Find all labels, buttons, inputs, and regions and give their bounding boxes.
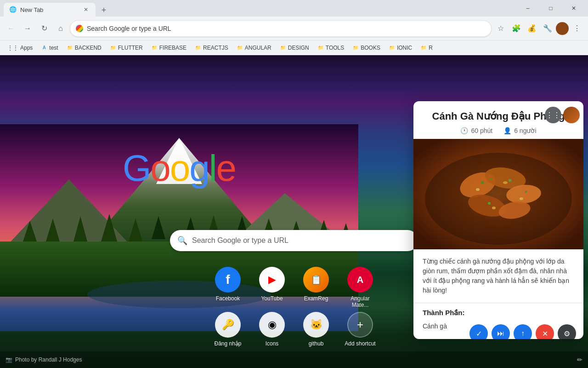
grid-apps-icon[interactable]: ⋮⋮: [545, 107, 561, 123]
svg-point-33: [476, 188, 480, 191]
bookmark-tools[interactable]: 📁 TOOLS: [314, 43, 348, 53]
shortcut-icons-icon: ◉: [259, 312, 285, 338]
bookmark-r[interactable]: 📁 R: [417, 43, 436, 53]
tab-title: New Tab: [20, 6, 43, 13]
bookmark-star-button[interactable]: ☆: [493, 21, 508, 36]
google-l: l: [209, 148, 216, 189]
profile-avatar-nav[interactable]: [556, 22, 569, 35]
forward-button[interactable]: →: [20, 21, 35, 36]
shortcut-angular-label: Angular Mate...: [342, 295, 379, 308]
tab-close-button[interactable]: ✕: [82, 6, 90, 14]
settings-icon: ⚙: [564, 329, 570, 338]
shortcut-examreg[interactable]: 📋 ExamReg: [298, 267, 334, 308]
site-icon: [76, 25, 83, 32]
popup-toolbar: ✓ ⏭ ↑ ✕ ⚙: [469, 324, 576, 339]
up-button[interactable]: ↑: [514, 324, 532, 339]
bookmark-design[interactable]: 📁 DESIGN: [276, 43, 313, 53]
svg-point-36: [492, 207, 496, 209]
new-tab-button[interactable]: +: [97, 4, 110, 17]
shortcuts-row-1: f Facebook ▶ YouTube 📋 ExamReg A Angular…: [209, 267, 379, 308]
wallet-button[interactable]: 💰: [525, 21, 539, 36]
shortcut-add-icon: +: [347, 312, 373, 338]
google-g2: g: [189, 148, 209, 189]
bookmark-label-tools: TOOLS: [326, 45, 344, 51]
bookmark-angular[interactable]: 📁 ANGULAR: [233, 43, 275, 53]
close-toolbar-button[interactable]: ✕: [536, 324, 554, 339]
nav-icons-right: ☆ 🧩 💰 🔧 ⋮: [493, 21, 584, 36]
shortcut-icons[interactable]: ◉ Icons: [254, 312, 290, 347]
recipe-image: [413, 139, 583, 249]
recipe-servings-text: 6 người: [514, 127, 536, 134]
address-bar[interactable]: Search Google or type a URL: [70, 20, 492, 37]
bookmark-reactjs[interactable]: 📁 REACTJS: [191, 43, 232, 53]
shortcut-facebook-icon: f: [215, 267, 241, 293]
shortcut-github-icon: 🐱: [303, 312, 329, 338]
shortcut-facebook[interactable]: f Facebook: [209, 267, 246, 308]
search-input[interactable]: Search Google or type a URL: [192, 236, 411, 245]
svg-point-35: [520, 197, 523, 200]
bookmark-icon-design: 📁: [280, 45, 286, 51]
food-image-svg: [413, 139, 583, 249]
shortcut-angular-icon: A: [347, 267, 373, 293]
settings-button[interactable]: ⚙: [558, 324, 576, 339]
search-box[interactable]: 🔍 Search Google or type a URL: [170, 230, 418, 251]
google-logo: Google: [123, 147, 236, 190]
address-text: Search Google or type a URL: [87, 25, 486, 32]
shortcut-add[interactable]: + Add shortcut: [342, 312, 379, 347]
check-button[interactable]: ✓: [469, 324, 488, 339]
shortcut-youtube[interactable]: ▶ YouTube: [254, 267, 290, 308]
home-button[interactable]: ⌂: [53, 21, 68, 36]
bookmark-books[interactable]: 📁 BOOKS: [349, 43, 384, 53]
extensions-button[interactable]: 🔧: [540, 21, 555, 36]
bookmark-label-backend: BACKEND: [75, 45, 102, 51]
check-icon: ✓: [476, 329, 482, 338]
bookmark-test[interactable]: A test: [37, 43, 62, 53]
recipe-time-text: 60 phút: [471, 127, 492, 134]
shortcut-github-label: github: [309, 340, 324, 347]
ingredients-title: Thành Phần:: [423, 303, 574, 321]
shortcut-login-label: Đăng nhập: [214, 340, 241, 347]
back-button[interactable]: ←: [4, 21, 18, 36]
bookmark-label-test: test: [49, 45, 58, 51]
skip-button[interactable]: ⏭: [492, 324, 510, 339]
apps-button[interactable]: ⋮⋮ Apps: [4, 43, 36, 53]
bookmark-firebase[interactable]: 📁 FIREBASE: [147, 43, 190, 53]
shortcut-angular[interactable]: A Angular Mate...: [342, 267, 379, 308]
recipe-meta: 🕐 60 phút 👤 6 người: [423, 127, 574, 134]
maximize-button[interactable]: □: [540, 3, 561, 14]
shortcut-github[interactable]: 🐱 github: [298, 312, 334, 347]
svg-point-30: [509, 179, 511, 182]
window-controls: – □ ✕: [517, 3, 584, 14]
reload-button[interactable]: ↻: [37, 21, 51, 36]
shortcut-login[interactable]: 🔑 Đăng nhập: [209, 312, 246, 347]
browser-tab[interactable]: 🌐 New Tab ✕: [4, 3, 96, 17]
user-avatar[interactable]: [563, 107, 580, 123]
menu-button[interactable]: ⋮: [570, 21, 584, 36]
minimize-button[interactable]: –: [517, 3, 538, 14]
close-toolbar-icon: ✕: [542, 329, 548, 338]
up-icon: ↑: [521, 329, 525, 338]
bookmark-flutter[interactable]: 📁 FLUTTER: [106, 43, 147, 53]
extensions-puzzle-button[interactable]: 🧩: [509, 21, 524, 36]
tab-favicon: 🌐: [9, 6, 17, 13]
close-window-button[interactable]: ✕: [563, 3, 584, 14]
recipe-image-inner: [413, 139, 583, 249]
bookmark-label-reactjs: REACTJS: [203, 45, 228, 51]
person-icon: 👤: [503, 127, 511, 134]
edit-background-button[interactable]: ✏: [577, 356, 582, 363]
apps-label: Apps: [20, 45, 33, 51]
clock-icon: 🕐: [460, 127, 468, 134]
bookmark-ionic[interactable]: 📁 IONIC: [385, 43, 416, 53]
svg-point-28: [481, 181, 484, 184]
bookmark-icon-backend: 📁: [67, 45, 73, 51]
recipe-servings: 👤 6 người: [503, 127, 536, 134]
bookmark-label-books: BOOKS: [361, 45, 380, 51]
shortcut-examreg-icon: 📋: [303, 267, 329, 293]
photo-icon: 📷: [6, 356, 12, 363]
bookmark-label-ionic: IONIC: [397, 45, 412, 51]
shortcut-add-label: Add shortcut: [345, 340, 375, 347]
bookmarks-bar: ⋮⋮ Apps A test 📁 BACKEND 📁 FLUTTER 📁 FIR…: [0, 40, 588, 55]
bookmark-backend[interactable]: 📁 BACKEND: [63, 43, 105, 53]
bookmark-label-r: R: [429, 45, 433, 51]
shortcut-youtube-icon: ▶: [259, 267, 285, 293]
